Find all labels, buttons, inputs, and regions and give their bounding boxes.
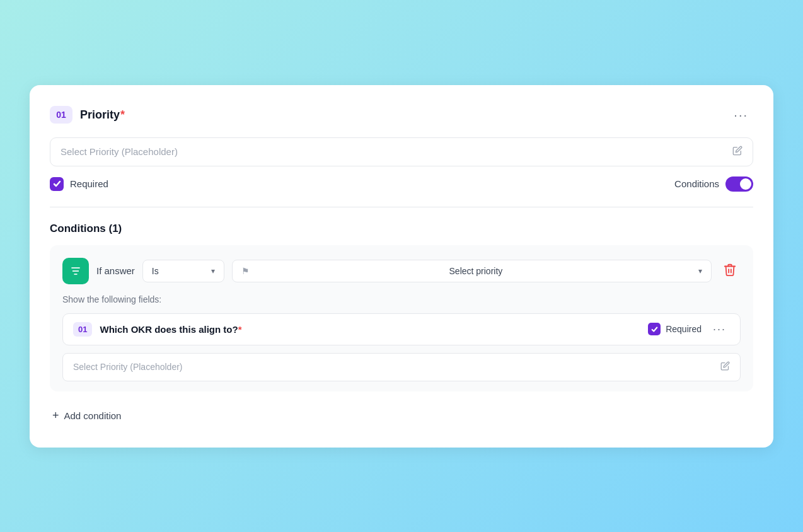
operator-chevron-icon: ▾: [211, 267, 215, 275]
divider: [50, 207, 753, 207]
required-star: *: [120, 108, 125, 121]
flag-icon: ⚑: [241, 266, 250, 276]
sub-field-required-checkbox[interactable]: [648, 323, 661, 335]
conditions-section-title: Conditions (1): [50, 223, 753, 235]
field-header-left: 01 Priority*: [50, 106, 125, 124]
sub-field-title-text: Which OKR does this align to?: [100, 324, 238, 335]
field-title: Priority*: [80, 108, 125, 122]
sub-placeholder-row[interactable]: Select Priority (Placeholder): [62, 353, 741, 381]
field-number-badge: 01: [50, 106, 72, 124]
condition-row: If answer Is ▾ ⚑ Select priority ▾: [62, 258, 741, 284]
priority-dropdown-label: Select priority: [449, 266, 503, 276]
priority-chevron-icon: ▾: [698, 267, 702, 275]
if-answer-text: If answer: [96, 265, 135, 276]
required-row: Required Conditions: [50, 176, 753, 192]
delete-condition-button[interactable]: [719, 259, 741, 282]
field-title-text: Priority: [80, 108, 120, 121]
conditions-toggle-label: Conditions: [674, 178, 719, 189]
sub-field-required-label: Required: [666, 324, 702, 334]
sub-field-title: Which OKR does this align to?*: [100, 324, 640, 335]
sub-field-number: 01: [73, 322, 92, 337]
edit-icon[interactable]: [732, 146, 742, 158]
conditions-toggle[interactable]: [725, 176, 753, 192]
toggle-knob: [740, 178, 751, 190]
operator-selected: Is: [152, 266, 159, 276]
sub-field-more-button[interactable]: ···: [709, 321, 730, 337]
sub-field-row: 01 Which OKR does this align to?* Requir…: [62, 313, 741, 345]
show-fields-text: Show the following fields:: [62, 294, 741, 304]
placeholder-input-row[interactable]: Select Priority (Placeholder): [50, 137, 753, 166]
add-condition-row[interactable]: + Add condition: [50, 404, 753, 427]
sub-field-required: Required: [648, 323, 702, 335]
sub-placeholder-text: Select Priority (Placeholder): [73, 362, 720, 372]
more-menu-button[interactable]: ···: [729, 105, 753, 125]
add-condition-label: Add condition: [64, 410, 122, 421]
sub-field-required-star: *: [238, 324, 242, 335]
field-header: 01 Priority* ···: [50, 105, 753, 125]
priority-dropdown[interactable]: ⚑ Select priority ▾: [232, 260, 712, 282]
required-checkbox[interactable]: [50, 177, 64, 191]
conditions-right: Conditions: [674, 176, 753, 192]
condition-box: If answer Is ▾ ⚑ Select priority ▾: [50, 245, 753, 391]
sub-edit-icon[interactable]: [720, 361, 730, 373]
operator-dropdown[interactable]: Is ▾: [142, 260, 224, 282]
main-card: 01 Priority* ··· Select Priority (Placeh…: [30, 85, 773, 448]
placeholder-input-text: Select Priority (Placeholder): [61, 146, 732, 157]
required-left: Required: [50, 177, 108, 191]
filter-icon-button[interactable]: [62, 258, 89, 284]
add-condition-plus: +: [52, 409, 59, 422]
required-label: Required: [70, 178, 108, 189]
